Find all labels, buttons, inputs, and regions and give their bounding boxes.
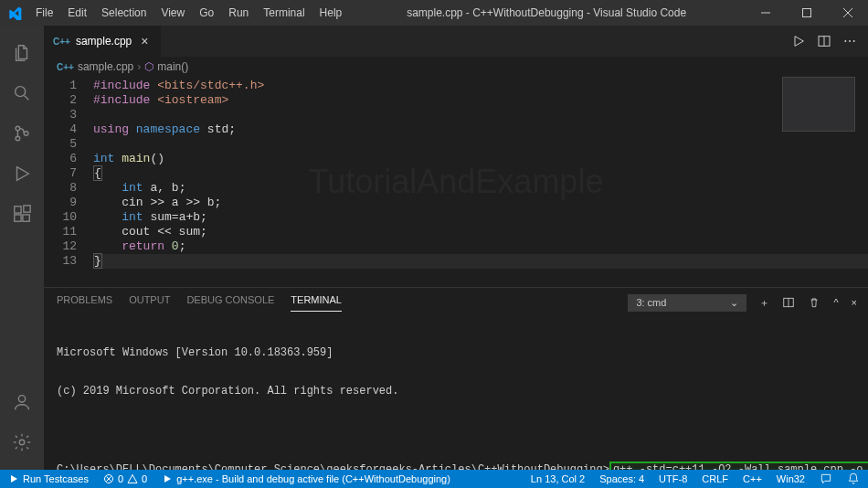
editor-tabs: C++ sample.cpp ×: [44, 26, 868, 57]
vscode-logo-icon: [7, 5, 22, 20]
editor-area: C++ sample.cpp × C++ sample.cpp › ⬡ main…: [44, 26, 868, 470]
close-tab-icon[interactable]: ×: [137, 34, 152, 48]
menu-file[interactable]: File: [29, 3, 59, 23]
tab-terminal[interactable]: TERMINAL: [291, 294, 342, 312]
new-terminal-icon[interactable]: ＋: [759, 296, 769, 310]
minimap[interactable]: [782, 77, 855, 132]
cpp-file-icon: C++: [57, 62, 74, 72]
svg-marker-16: [795, 37, 803, 47]
eol-status[interactable]: CRLF: [699, 470, 731, 488]
problems-status[interactable]: 0 0: [101, 470, 150, 488]
close-button[interactable]: [827, 0, 868, 26]
feedback-icon[interactable]: [817, 470, 835, 488]
panel-controls: 3: cmd ⌄ ＋ ^ ×: [628, 294, 868, 312]
cpp-file-icon: C++: [53, 37, 70, 47]
notifications-icon[interactable]: [844, 470, 863, 488]
code-editor[interactable]: TutorialAndExample 12345678910111213 #in…: [44, 77, 868, 287]
svg-rect-13: [24, 206, 30, 212]
split-editor-icon[interactable]: [817, 34, 831, 48]
bottom-panel: PROBLEMS OUTPUT DEBUG CONSOLE TERMINAL 3…: [44, 287, 868, 470]
svg-point-14: [18, 396, 25, 402]
svg-point-20: [849, 40, 851, 42]
breadcrumb-file[interactable]: sample.cpp: [78, 60, 133, 73]
indentation-status[interactable]: Spaces: 4: [597, 470, 647, 488]
breadcrumb[interactable]: C++ sample.cpp › ⬡ main(): [44, 57, 868, 77]
svg-rect-12: [23, 215, 29, 221]
panel-tabs: PROBLEMS OUTPUT DEBUG CONSOLE TERMINAL 3…: [44, 288, 868, 317]
tab-output[interactable]: OUTPUT: [129, 294, 170, 311]
terminal-line: [57, 423, 855, 436]
build-task-button[interactable]: g++.exe - Build and debug active file (C…: [159, 470, 453, 488]
terminal-line: Microsoft Windows [Version 10.0.18363.95…: [57, 346, 855, 359]
svg-marker-24: [11, 475, 17, 483]
error-count: 0: [118, 473, 123, 484]
window-title: sample.cpp - C++WithoutDebugging - Visua…: [348, 6, 745, 19]
run-testcases-label: Run Testcases: [23, 473, 89, 484]
run-testcases-button[interactable]: Run Testcases: [5, 470, 91, 488]
tab-debug-console[interactable]: DEBUG CONSOLE: [186, 294, 274, 311]
menu-help[interactable]: Help: [313, 3, 349, 23]
svg-point-21: [853, 40, 855, 42]
tab-sample-cpp[interactable]: C++ sample.cpp ×: [44, 26, 161, 57]
menu-edit[interactable]: Edit: [61, 3, 93, 23]
terminal-selector-label: 3: cmd: [636, 297, 666, 308]
minimize-button[interactable]: [745, 0, 786, 26]
chevron-down-icon: ⌄: [730, 297, 738, 309]
code-content[interactable]: #include <bits/stdc++.h>#include <iostre…: [93, 77, 868, 287]
svg-line-5: [25, 96, 29, 101]
line-number-gutter: 12345678910111213: [44, 77, 93, 287]
terminal-command-highlight: g++ -std=c++11 -O2 -Wall sample.cpp -o s…: [609, 461, 868, 470]
terminal-command: g++ -std=c++11 -O2 -Wall sample.cpp -o s…: [613, 463, 868, 470]
build-task-label: g++.exe - Build and debug active file (C…: [176, 473, 450, 484]
editor-actions: [791, 34, 868, 48]
cursor-position[interactable]: Ln 13, Col 2: [528, 470, 587, 488]
activity-bar: [0, 26, 44, 470]
svg-rect-10: [15, 207, 21, 213]
maximize-panel-icon[interactable]: ^: [833, 297, 838, 308]
chevron-right-icon: ›: [137, 60, 141, 73]
tab-problems[interactable]: PROBLEMS: [57, 294, 112, 311]
svg-marker-9: [17, 167, 29, 181]
svg-point-4: [16, 87, 26, 97]
warning-count: 0: [142, 473, 147, 484]
close-panel-icon[interactable]: ×: [852, 297, 857, 308]
run-file-icon[interactable]: [791, 34, 806, 48]
menu-go[interactable]: Go: [193, 3, 220, 23]
breadcrumb-symbol[interactable]: main(): [157, 60, 188, 73]
split-terminal-icon[interactable]: [782, 296, 795, 309]
menu-run[interactable]: Run: [222, 3, 255, 23]
svg-point-15: [19, 440, 25, 445]
explorer-icon[interactable]: [0, 33, 44, 73]
status-bar: Run Testcases 0 0 g++.exe - Build and de…: [0, 470, 868, 488]
settings-gear-icon[interactable]: [0, 422, 44, 462]
source-control-icon[interactable]: [0, 113, 44, 154]
terminal-body[interactable]: Microsoft Windows [Version 10.0.18363.95…: [44, 317, 868, 470]
terminal-line: (c) 2019 Microsoft Corporation. All righ…: [57, 385, 855, 398]
terminal-prompt: C:\Users\DELL\Documents\Computer_Science…: [57, 463, 609, 470]
menu-selection[interactable]: Selection: [95, 3, 153, 23]
menu-terminal[interactable]: Terminal: [257, 3, 311, 23]
menu-view[interactable]: View: [154, 3, 191, 23]
tab-label: sample.cpp: [76, 35, 132, 48]
svg-point-7: [16, 136, 20, 141]
search-icon[interactable]: [0, 73, 44, 113]
maximize-button[interactable]: [786, 0, 827, 26]
account-icon[interactable]: [0, 382, 44, 422]
language-mode[interactable]: C++: [740, 470, 765, 488]
svg-point-6: [16, 126, 20, 131]
function-icon: ⬡: [144, 60, 153, 73]
kill-terminal-icon[interactable]: [808, 296, 820, 309]
platform-status[interactable]: Win32: [774, 470, 808, 488]
encoding-status[interactable]: UTF-8: [656, 470, 690, 488]
extensions-icon[interactable]: [0, 194, 44, 234]
terminal-selector[interactable]: 3: cmd ⌄: [628, 294, 746, 312]
more-actions-icon[interactable]: [842, 34, 857, 48]
menu-bar: File Edit Selection View Go Run Terminal…: [29, 3, 348, 23]
run-debug-icon[interactable]: [0, 154, 44, 194]
svg-point-19: [844, 40, 846, 42]
svg-marker-28: [164, 475, 171, 483]
svg-rect-1: [802, 9, 810, 17]
title-bar: File Edit Selection View Go Run Terminal…: [0, 0, 868, 26]
svg-point-8: [24, 132, 28, 136]
terminal-line: C:\Users\DELL\Documents\Computer_Science…: [57, 461, 855, 470]
